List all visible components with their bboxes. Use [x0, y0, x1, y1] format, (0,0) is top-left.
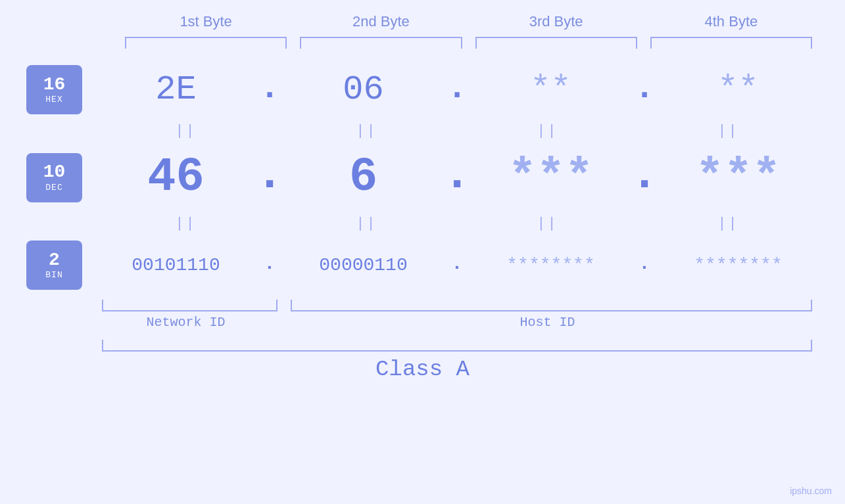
bracket-3 — [475, 37, 637, 49]
bottom-bracket-right — [291, 300, 812, 311]
dec-b2-cell: 6 — [283, 150, 444, 204]
dec-row: 10 DEC 46 . 6 . *** — [26, 145, 819, 210]
hex-values: 2E . 06 . ** . ** — [95, 69, 819, 111]
hex-b2: 06 — [283, 70, 444, 109]
dec-b4-cell: *** — [658, 150, 819, 204]
network-id-label: Network ID — [95, 315, 276, 330]
eq2-s2: || — [356, 216, 377, 232]
top-brackets — [26, 37, 819, 49]
bin-b3-cell: ******** — [470, 255, 631, 275]
bin-b1: 00101110 — [95, 255, 256, 275]
eq1-s2: || — [356, 123, 377, 139]
hex-badge-num: 16 — [43, 75, 66, 95]
watermark: ipshu.com — [790, 486, 832, 496]
dec-badge: 10 DEC — [26, 153, 82, 202]
bin-values: 00101110 . 00000110 . ******** . — [95, 254, 819, 277]
bin-row: 2 BIN 00101110 . 00000110 . ******** — [26, 237, 819, 293]
eq1-c3: || — [457, 123, 638, 139]
big-bracket-row — [26, 340, 819, 352]
dec-b3-cell: *** — [470, 150, 631, 204]
bottom-section: Network ID Host ID Class A — [26, 300, 819, 382]
eq1-s3: || — [537, 123, 558, 139]
byte-header-1: 1st Byte — [118, 13, 293, 30]
hex-badge-label: HEX — [45, 95, 62, 104]
dec-dot-2-sym: . — [443, 148, 471, 202]
hex-dot-2-sym: . — [447, 69, 467, 108]
dec-b2: 6 — [283, 150, 444, 204]
hex-dot-1: . — [256, 69, 283, 111]
bin-dot-3-sym: . — [639, 254, 650, 274]
bin-b2: 00000110 — [283, 255, 444, 275]
host-id-label: Host ID — [276, 315, 819, 330]
dec-dot-1-sym: . — [255, 148, 283, 202]
bin-dot-1: . — [256, 254, 283, 277]
dec-dot-3-sym: . — [630, 148, 658, 202]
dec-badge-label: DEC — [45, 183, 62, 193]
eq2-s3: || — [537, 216, 558, 232]
bin-dot-2: . — [444, 254, 470, 277]
dec-dot-2: . — [444, 148, 470, 207]
eq2-c1: || — [95, 216, 276, 232]
bin-badge: 2 BIN — [26, 241, 82, 290]
bin-b2-cell: 00000110 — [283, 255, 444, 275]
hex-dot-1-sym: . — [259, 69, 279, 108]
eq1-c2: || — [276, 123, 457, 139]
class-label: Class A — [26, 357, 819, 382]
dec-dot-1: . — [256, 148, 283, 207]
bin-b3: ******** — [470, 255, 631, 275]
hex-b4-cell: ** — [658, 70, 819, 109]
hex-b2-cell: 06 — [283, 70, 444, 109]
bracket-4 — [650, 37, 812, 49]
bin-dot-3: . — [631, 254, 658, 277]
bin-dot-2-sym: . — [452, 254, 463, 274]
bin-b4-cell: ******** — [658, 255, 819, 275]
dec-b1: 46 — [95, 150, 256, 204]
hex-b1: 2E — [95, 70, 256, 109]
eq1-s1: || — [175, 123, 196, 139]
byte-header-4: 4th Byte — [644, 13, 819, 30]
eq2-c3: || — [457, 216, 638, 232]
bracket-1 — [125, 37, 287, 49]
main-container: 1st Byte 2nd Byte 3rd Byte 4th Byte 16 H… — [0, 0, 845, 504]
hex-b4: ** — [658, 70, 819, 109]
hex-dot-2: . — [444, 69, 470, 111]
bottom-bracket-left — [102, 300, 278, 311]
eq2-c4: || — [638, 216, 819, 232]
hex-badge: 16 HEX — [26, 65, 82, 114]
dec-b1-cell: 46 — [95, 150, 256, 204]
dec-badge-num: 10 — [43, 162, 66, 183]
bin-badge-label: BIN — [45, 270, 62, 280]
bottom-brackets — [26, 300, 819, 311]
bin-badge-num: 2 — [49, 250, 60, 271]
byte-header-2: 2nd Byte — [293, 13, 468, 30]
dec-values: 46 . 6 . *** . *** — [95, 148, 819, 207]
rows-container: 16 HEX 2E . 06 . ** — [26, 62, 819, 293]
id-labels: Network ID Host ID — [26, 315, 819, 330]
hex-b1-cell: 2E — [95, 70, 256, 109]
bracket-2 — [300, 37, 462, 49]
bin-b4: ******** — [658, 255, 819, 275]
hex-b3: ** — [470, 70, 631, 109]
eq1-s4: || — [717, 123, 738, 139]
eq1-c1: || — [95, 123, 276, 139]
hex-row: 16 HEX 2E . 06 . ** — [26, 62, 819, 118]
big-bracket — [102, 340, 812, 352]
byte-header-3: 3rd Byte — [469, 13, 644, 30]
bin-dot-1-sym: . — [264, 254, 276, 274]
equals-row-2: || || || || — [26, 216, 819, 232]
eq2-s4: || — [717, 216, 738, 232]
byte-headers: 1st Byte 2nd Byte 3rd Byte 4th Byte — [26, 13, 819, 30]
bin-b1-cell: 00101110 — [95, 255, 256, 275]
eq2-c2: || — [276, 216, 457, 232]
dec-dot-3: . — [631, 148, 658, 207]
hex-dot-3-sym: . — [634, 69, 654, 108]
eq2-s1: || — [175, 216, 196, 232]
equals-row-1: || || || || — [26, 123, 819, 139]
eq1-c4: || — [638, 123, 819, 139]
dec-b3: *** — [470, 150, 631, 204]
dec-b4: *** — [658, 150, 819, 204]
hex-b3-cell: ** — [470, 70, 631, 109]
hex-dot-3: . — [631, 69, 658, 111]
